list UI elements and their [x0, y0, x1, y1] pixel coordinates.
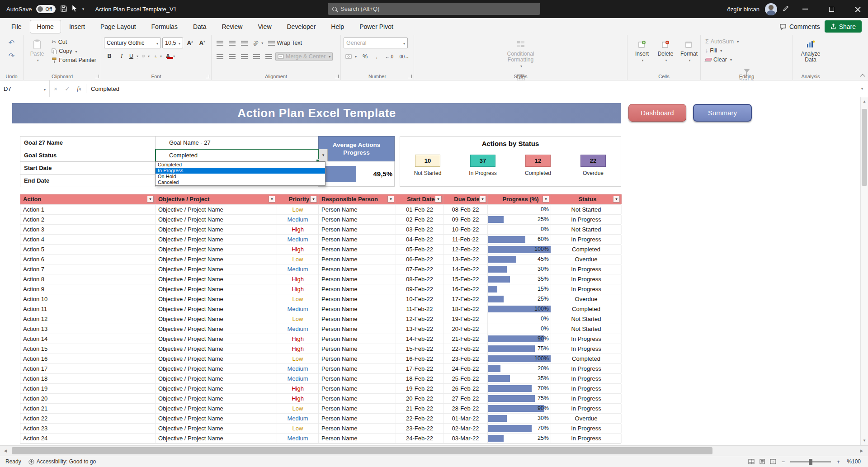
- cell-status[interactable]: Not Started: [551, 205, 622, 214]
- page-layout-view-icon[interactable]: [759, 459, 765, 464]
- cell-priority[interactable]: Low: [277, 294, 319, 304]
- cell-action[interactable]: Action 19: [20, 384, 156, 393]
- cell-start-date[interactable]: 05-Feb-22: [396, 245, 443, 254]
- cell-action[interactable]: Action 7: [20, 264, 156, 274]
- cell-due-date[interactable]: 20-Feb-22: [443, 324, 488, 334]
- cell-progress[interactable]: 35%: [488, 374, 551, 383]
- cell-start-date[interactable]: 18-Feb-22: [396, 374, 443, 383]
- tab-developer[interactable]: Developer: [280, 20, 323, 33]
- cell-person[interactable]: Person Name: [319, 324, 396, 334]
- goal-value-goal-status[interactable]: Completed: [156, 149, 319, 162]
- cell-due-date[interactable]: 19-Feb-22: [443, 314, 488, 324]
- cancel-icon[interactable]: ×: [50, 85, 61, 92]
- maximize-button[interactable]: [821, 0, 842, 18]
- cell-status[interactable]: Completed: [551, 354, 622, 363]
- undo-button[interactable]: ↶: [7, 38, 16, 48]
- cell-due-date[interactable]: 13-Feb-22: [443, 255, 488, 264]
- cell-objective[interactable]: Objective / Project Name: [156, 245, 277, 254]
- cell-due-date[interactable]: 15-Feb-22: [443, 274, 488, 284]
- cell-action[interactable]: Action 4: [20, 235, 156, 244]
- borders-button[interactable]: [141, 51, 151, 61]
- cell-action[interactable]: Action 2: [20, 215, 156, 224]
- status-count-not-started[interactable]: 10: [415, 155, 440, 167]
- cell-objective[interactable]: Objective / Project Name: [156, 304, 277, 314]
- zoom-out-button[interactable]: −: [782, 458, 785, 465]
- format-painter-button[interactable]: Format Painter: [50, 56, 98, 64]
- cell-objective[interactable]: Objective / Project Name: [156, 294, 277, 304]
- column-header-progress[interactable]: Progress (%)▾: [488, 194, 551, 204]
- average-progress-cell[interactable]: 49,5%: [318, 161, 395, 187]
- font-size-select[interactable]: 10,5: [162, 38, 183, 48]
- cell-due-date[interactable]: 16-Feb-22: [443, 284, 488, 294]
- cell-action[interactable]: Action 22: [20, 414, 156, 423]
- grow-font-button[interactable]: A: [184, 38, 195, 48]
- cell-due-date[interactable]: 03-Mar-22: [443, 434, 488, 443]
- tab-review[interactable]: Review: [215, 20, 250, 33]
- search-input[interactable]: [340, 5, 536, 12]
- cell-objective[interactable]: Objective / Project Name: [156, 264, 277, 274]
- cell-priority[interactable]: Low: [277, 255, 319, 264]
- cell-start-date[interactable]: 23-Feb-22: [396, 424, 443, 433]
- tab-view[interactable]: View: [250, 20, 278, 33]
- format-cells-button[interactable]: Format: [677, 38, 701, 65]
- comments-button[interactable]: Comments: [779, 23, 820, 30]
- align-center-button[interactable]: [226, 51, 237, 62]
- cell-priority[interactable]: High: [277, 394, 319, 403]
- cell-priority[interactable]: Low: [277, 404, 319, 413]
- percent-style-button[interactable]: %: [360, 51, 370, 62]
- cell-objective[interactable]: Objective / Project Name: [156, 324, 277, 334]
- cell-status[interactable]: Completed: [551, 245, 622, 254]
- cell-due-date[interactable]: 25-Feb-22: [443, 374, 488, 383]
- cell-action[interactable]: Action 16: [20, 354, 156, 363]
- cell-priority[interactable]: High: [277, 225, 319, 234]
- share-button[interactable]: Share: [825, 20, 862, 33]
- cell-status[interactable]: In Progress: [551, 215, 622, 224]
- filter-button-action[interactable]: ▾: [147, 196, 154, 203]
- filter-button-progress[interactable]: ▾: [542, 196, 549, 203]
- cell-person[interactable]: Person Name: [319, 434, 396, 443]
- cell-action[interactable]: Action 12: [20, 314, 156, 324]
- cell-person[interactable]: Person Name: [319, 364, 396, 373]
- cell-progress[interactable]: 20%: [488, 364, 551, 373]
- cell-progress[interactable]: 90%: [488, 334, 551, 344]
- cell-action[interactable]: Action 23: [20, 424, 156, 433]
- cell-person[interactable]: Person Name: [319, 424, 396, 433]
- tab-file[interactable]: File: [4, 20, 29, 33]
- cell-status[interactable]: Overdue: [551, 255, 622, 264]
- cell-action[interactable]: Action 13: [20, 324, 156, 334]
- cell-objective[interactable]: Objective / Project Name: [156, 414, 277, 423]
- cell-person[interactable]: Person Name: [319, 274, 396, 284]
- cell-objective[interactable]: Objective / Project Name: [156, 225, 277, 234]
- cell-person[interactable]: Person Name: [319, 314, 396, 324]
- cell-status[interactable]: In Progress: [551, 274, 622, 284]
- collapse-ribbon-icon[interactable]: [860, 74, 865, 79]
- column-header-objective-project[interactable]: Objective / Project▾: [156, 194, 277, 204]
- align-middle-button[interactable]: [226, 38, 237, 48]
- filter-button-objective-project[interactable]: ▾: [269, 196, 275, 203]
- cell-progress[interactable]: 0%: [488, 314, 551, 324]
- conditional-formatting-button[interactable]: Conditional Formatting: [417, 38, 624, 71]
- copy-button[interactable]: Copy: [50, 47, 98, 55]
- goal-label-end-date[interactable]: End Date: [20, 175, 156, 187]
- cell-priority[interactable]: Medium: [277, 264, 319, 274]
- cell-objective[interactable]: Objective / Project Name: [156, 205, 277, 214]
- number-format-select[interactable]: General: [344, 38, 408, 48]
- cell-priority[interactable]: High: [277, 344, 319, 354]
- cell-person[interactable]: Person Name: [319, 394, 396, 403]
- cell-start-date[interactable]: 21-Feb-22: [396, 404, 443, 413]
- cell-person[interactable]: Person Name: [319, 215, 396, 224]
- cell-action[interactable]: Action 10: [20, 294, 156, 304]
- cell-priority[interactable]: High: [277, 334, 319, 344]
- filter-button-start-date[interactable]: ▾: [435, 196, 442, 203]
- cell-priority[interactable]: Medium: [277, 324, 319, 334]
- cell-objective[interactable]: Objective / Project Name: [156, 314, 277, 324]
- horizontal-scrollbar[interactable]: ◀ ▶: [0, 445, 868, 456]
- fill-button[interactable]: ↓Fill: [703, 47, 790, 55]
- cell-status[interactable]: In Progress: [551, 404, 622, 413]
- column-header-due-date[interactable]: Due Date▾: [443, 194, 488, 204]
- cell-action[interactable]: Action 17: [20, 364, 156, 373]
- cell-priority[interactable]: High: [277, 284, 319, 294]
- insert-cells-button[interactable]: Insert: [630, 38, 654, 65]
- cell-status[interactable]: In Progress: [551, 334, 622, 344]
- cell-start-date[interactable]: 22-Feb-22: [396, 414, 443, 423]
